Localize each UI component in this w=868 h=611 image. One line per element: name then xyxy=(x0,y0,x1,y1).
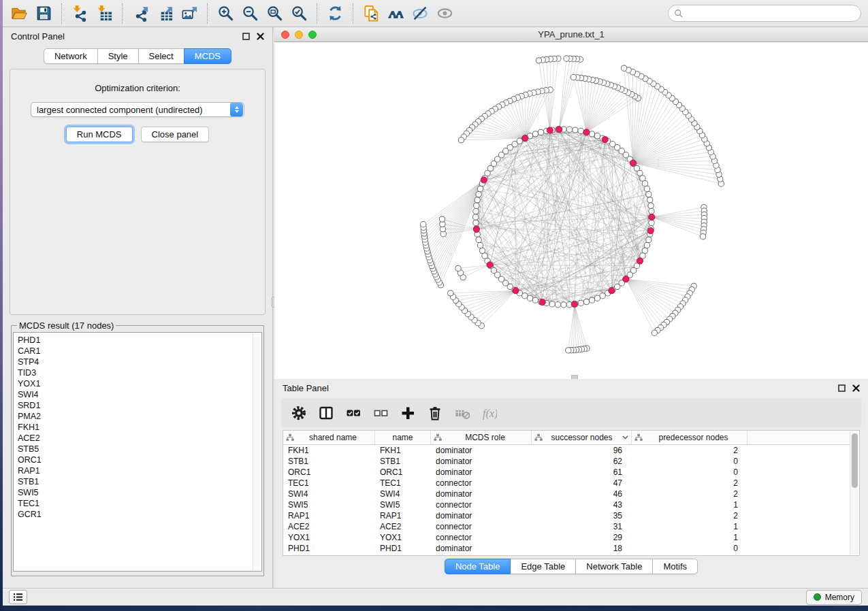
network-canvas[interactable] xyxy=(274,42,868,379)
table-cell[interactable]: 62 xyxy=(532,456,632,467)
table-tab-edge-table[interactable]: Edge Table xyxy=(510,559,576,574)
table-cell[interactable]: dominator xyxy=(431,456,532,467)
mcds-result-item[interactable]: SRD1 xyxy=(18,400,261,411)
mcds-result-item[interactable]: ORC1 xyxy=(18,455,261,465)
table-cell[interactable]: dominator xyxy=(431,445,532,456)
table-cell[interactable]: 47 xyxy=(532,478,632,489)
table-row-TEC1[interactable]: TEC1TEC1connector472 xyxy=(283,478,850,489)
float-table-panel-icon[interactable] xyxy=(838,384,846,392)
table-cell[interactable]: SWI5 xyxy=(283,499,375,510)
table-cell[interactable] xyxy=(748,499,850,510)
table-cell[interactable]: ORC1 xyxy=(283,467,375,478)
table-cell[interactable]: FKH1 xyxy=(283,445,375,456)
table-cell[interactable]: connector xyxy=(431,478,532,489)
mcds-result-item[interactable]: PHD1 xyxy=(18,335,261,346)
table-tab-node-table[interactable]: Node Table xyxy=(445,559,511,574)
copy-visual-style-button[interactable] xyxy=(359,2,383,25)
table-cell[interactable]: PHD1 xyxy=(375,543,431,554)
search-input[interactable] xyxy=(687,8,855,18)
mcds-result-item[interactable]: PMA2 xyxy=(18,411,261,422)
table-row-STB1[interactable]: STB1STB1dominator620 xyxy=(283,456,850,467)
task-history-button[interactable] xyxy=(9,590,27,604)
mcds-result-item[interactable]: YOX1 xyxy=(18,378,261,389)
tab-style[interactable]: Style xyxy=(97,48,139,64)
table-cell[interactable]: connector xyxy=(431,532,532,543)
tab-network[interactable]: Network xyxy=(44,48,98,64)
select-all-button[interactable] xyxy=(345,405,361,421)
close-panel-icon[interactable] xyxy=(257,33,264,40)
mcds-result-item[interactable]: TID3 xyxy=(18,367,261,378)
table-cell[interactable]: dominator xyxy=(431,543,532,554)
table-row-PHD1[interactable]: PHD1PHD1dominator180 xyxy=(283,543,850,554)
mcds-result-item[interactable]: CAR1 xyxy=(18,346,261,357)
table-cell[interactable] xyxy=(748,467,850,478)
table-cell[interactable] xyxy=(748,478,850,489)
open-session-button[interactable] xyxy=(7,2,31,25)
table-tab-network-table[interactable]: Network Table xyxy=(575,559,653,574)
save-session-button[interactable] xyxy=(31,2,56,25)
mcds-result-item[interactable]: RAP1 xyxy=(18,465,261,476)
table-cell[interactable]: 43 xyxy=(532,499,632,510)
memory-button[interactable]: Memory xyxy=(806,590,862,605)
tab-select[interactable]: Select xyxy=(138,48,184,64)
table-cell[interactable]: 35 xyxy=(532,510,632,521)
deselect-all-button[interactable] xyxy=(372,405,389,421)
table-cell[interactable] xyxy=(748,445,850,456)
run-mcds-button[interactable]: Run MCDS xyxy=(66,127,133,142)
table-scrollbar[interactable] xyxy=(850,431,858,555)
table-cell[interactable]: RAP1 xyxy=(283,510,375,521)
delete-row-button[interactable] xyxy=(427,405,443,421)
table-row-FKH1[interactable]: FKH1FKH1dominator962 xyxy=(283,445,850,456)
zoom-in-button[interactable] xyxy=(213,2,238,25)
first-neighbors-button[interactable] xyxy=(383,2,408,25)
table-row-SWI5[interactable]: SWI5SWI5connector431 xyxy=(283,499,850,510)
table-cell[interactable] xyxy=(748,510,850,521)
table-cell[interactable] xyxy=(748,521,850,532)
tab-mcds[interactable]: MCDS xyxy=(184,48,231,64)
mcds-list-scrollbar[interactable] xyxy=(253,333,261,570)
show-all-button[interactable] xyxy=(432,2,457,25)
table-cell[interactable]: ACE2 xyxy=(283,521,375,532)
table-cell[interactable]: 61 xyxy=(532,467,632,478)
table-cell[interactable] xyxy=(748,456,850,467)
table-cell[interactable]: STB1 xyxy=(283,456,375,467)
import-network-button[interactable] xyxy=(67,2,92,25)
table-cell[interactable]: 2 xyxy=(632,489,748,499)
table-cell[interactable]: SWI5 xyxy=(375,499,431,510)
float-panel-icon[interactable] xyxy=(242,33,250,40)
mcds-result-item[interactable]: ACE2 xyxy=(18,433,261,444)
mcds-result-item[interactable]: FKH1 xyxy=(18,422,261,433)
table-cell[interactable]: RAP1 xyxy=(375,510,431,521)
network-graph[interactable] xyxy=(274,42,868,379)
table-cell[interactable]: YOX1 xyxy=(375,532,431,543)
table-cell[interactable]: ACE2 xyxy=(375,521,431,532)
table-cell[interactable] xyxy=(748,532,850,543)
mcds-result-item[interactable]: STB1 xyxy=(18,476,261,487)
table-row-ORC1[interactable]: ORC1ORC1dominator610 xyxy=(283,467,850,478)
export-network-button[interactable] xyxy=(128,2,152,25)
export-table-button[interactable] xyxy=(152,2,177,25)
column-header-predecessor-nodes[interactable]: predecessor nodes xyxy=(632,431,748,444)
table-cell[interactable]: SWI4 xyxy=(375,489,431,499)
table-cell[interactable]: 18 xyxy=(532,543,632,554)
mcds-result-list[interactable]: PHD1CAR1STP4TID3YOX1SWI4SRD1PMA2FKH1ACE2… xyxy=(13,332,262,572)
table-row-YOX1[interactable]: YOX1YOX1connector291 xyxy=(283,532,850,543)
import-table-button[interactable] xyxy=(92,2,116,25)
table-cell[interactable]: 46 xyxy=(532,489,632,499)
add-row-button[interactable] xyxy=(400,405,416,421)
table-cell[interactable]: 0 xyxy=(632,467,748,478)
mcds-result-item[interactable]: SWI5 xyxy=(18,487,261,498)
table-cell[interactable]: 2 xyxy=(632,510,748,521)
table-cell[interactable]: 0 xyxy=(632,543,748,554)
column-header-successor-nodes[interactable]: successor nodes xyxy=(532,431,632,444)
column-header-shared-name[interactable]: shared name xyxy=(283,431,375,444)
refresh-button[interactable] xyxy=(323,2,347,25)
table-row-SWI4[interactable]: SWI4SWI4dominator462 xyxy=(283,489,850,499)
search-field[interactable] xyxy=(668,5,861,22)
table-cell[interactable] xyxy=(748,489,850,499)
table-cell[interactable]: 2 xyxy=(632,445,748,456)
show-columns-button[interactable] xyxy=(318,405,334,421)
table-cell[interactable]: connector xyxy=(431,499,532,510)
zoom-out-button[interactable] xyxy=(238,2,262,25)
table-cell[interactable]: FKH1 xyxy=(375,445,431,456)
